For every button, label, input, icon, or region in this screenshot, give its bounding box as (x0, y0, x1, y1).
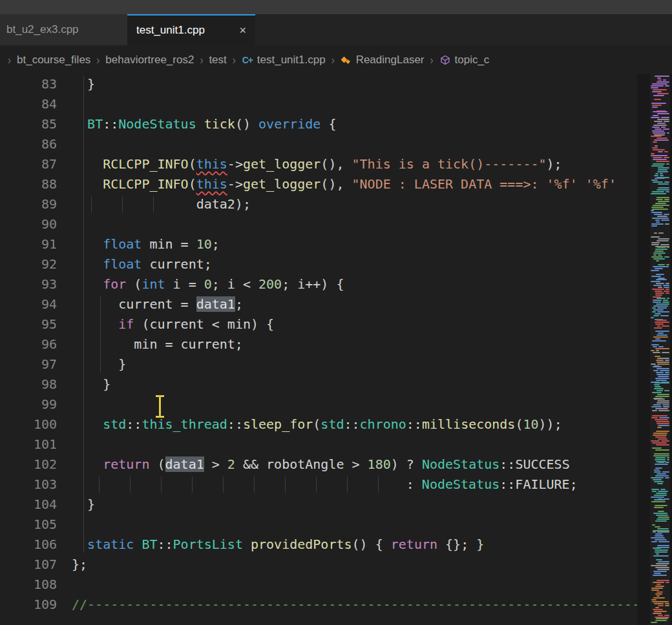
minimap-row (656, 431, 669, 432)
code-text: float current; (72, 254, 212, 274)
code-line-91[interactable]: 91 float min = 10; (0, 234, 650, 254)
minimap-row (662, 302, 669, 303)
minimap-row (652, 191, 664, 192)
minimap-row (658, 511, 664, 512)
breadcrumb-item-behaviortree-ros2[interactable]: behaviortree_ros2 (105, 54, 194, 67)
minimap-row (651, 117, 660, 118)
breadcrumb-item-test[interactable]: test (209, 54, 226, 67)
minimap-row (651, 406, 662, 407)
breadcrumb-item-readinglaser[interactable]: ReadingLaser (341, 54, 425, 67)
indent-guide (223, 476, 224, 493)
breadcrumb-label: ReadingLaser (356, 54, 425, 67)
minimap-row (656, 362, 669, 363)
minimap-row (657, 364, 669, 365)
code-line-109[interactable]: 109//-----------------------------------… (0, 595, 650, 615)
minimap-row (666, 462, 669, 463)
code-line-83[interactable]: 83 } (0, 74, 650, 94)
minimap-row (660, 244, 669, 245)
close-icon[interactable]: × (239, 25, 246, 36)
minimap-row (655, 323, 664, 325)
code-line-101[interactable]: 101 (0, 435, 650, 455)
minimap-row (653, 336, 668, 338)
code-line-98[interactable]: 98 } (0, 374, 650, 394)
code-line-107[interactable]: 107}; (0, 555, 650, 575)
minimap-row (664, 199, 669, 200)
code-line-97[interactable]: 97 } (0, 354, 650, 374)
minimap-row (651, 165, 664, 167)
code-line-84[interactable]: 84 (0, 94, 650, 114)
code-line-108[interactable]: 108 (0, 575, 650, 595)
minimap-row (655, 607, 659, 608)
minimap-row (655, 459, 666, 460)
minimap-row (656, 350, 659, 351)
minimap-row (658, 462, 664, 463)
minimap-row (655, 322, 669, 323)
minimap-row (658, 183, 669, 185)
code-line-92[interactable]: 92 float current; (0, 254, 650, 274)
minimap-row (653, 455, 669, 456)
minimap-row (666, 292, 669, 294)
breadcrumb-item-bt-course-files[interactable]: bt_course_files (17, 54, 90, 67)
minimap-row (658, 491, 668, 492)
code-line-88[interactable]: 88 RCLCPP_INFO(this->get_logger(), "NODE… (0, 174, 650, 194)
code-line-99[interactable]: 99 (0, 394, 650, 415)
minimap-row (657, 247, 666, 248)
code-text: static BT::PortsList providedPorts() { r… (72, 535, 484, 555)
line-number: 97 (0, 354, 57, 374)
minimap-row (657, 123, 666, 124)
minimap-row (656, 591, 663, 593)
code-line-94[interactable]: 94 current = data1; (0, 294, 650, 314)
code-line-87[interactable]: 87 RCLCPP_INFO(this->get_logger(), "This… (0, 154, 650, 174)
minimap-row (654, 384, 660, 385)
code-line-93[interactable]: 93 for (int i = 0; i < 200; i++) { (0, 274, 650, 294)
minimap-row (653, 346, 657, 347)
code-line-85[interactable]: 85 BT::NodeStatus tick() override { (0, 114, 650, 134)
code-text: RCLCPP_INFO(this->get_logger(), "NODE : … (72, 174, 616, 194)
code-line-103[interactable]: 103 : NodeStatus::FAILURE; (0, 475, 650, 495)
code-line-104[interactable]: 104 } (0, 495, 650, 515)
tab-bt-u2-ex3-cpp[interactable]: bt_u2_ex3.cpp (0, 14, 127, 45)
code-text: min = current; (72, 334, 243, 354)
code-editor[interactable]: 83 }8485 BT::NodeStatus tick() override … (0, 74, 650, 625)
code-line-86[interactable]: 86 (0, 134, 650, 154)
minimap-row (656, 473, 666, 475)
minimap-row (665, 360, 669, 361)
code-line-105[interactable]: 105 (0, 515, 650, 535)
minimap-row (653, 435, 667, 436)
minimap-row (667, 247, 669, 248)
minimap-row (656, 199, 663, 200)
tab-test-unit1-cpp[interactable]: test_unit1.cpp × (127, 14, 255, 45)
minimap-row (655, 291, 662, 292)
minimap-row (656, 138, 667, 139)
minimap-row (654, 611, 667, 612)
line-number: 87 (0, 154, 57, 174)
minimap-row (653, 548, 661, 549)
code-line-106[interactable]: 106 static BT::PortsList providedPorts()… (0, 535, 650, 555)
code-line-102[interactable]: 102 return (data1 > 2 && robotAngle > 18… (0, 455, 650, 475)
minimap-row (651, 193, 666, 194)
scrollbar-gutter[interactable] (637, 74, 650, 625)
minimap-row (651, 565, 667, 566)
indent-guide (153, 196, 154, 212)
minimap-row (657, 171, 668, 172)
minimap-row (655, 76, 669, 77)
minimap-row (655, 268, 663, 269)
code-line-89[interactable]: 89 data2); (0, 194, 650, 214)
minimap-row (651, 281, 660, 282)
class-icon (341, 54, 352, 66)
code-line-96[interactable]: 96 min = current; (0, 334, 650, 354)
minimap-row (653, 302, 661, 303)
breadcrumb-item-test-unit1-cpp[interactable]: C+test_unit1.cpp (242, 54, 326, 67)
minimap[interactable] (650, 74, 670, 625)
minimap-row (651, 501, 666, 502)
code-text: } (72, 374, 110, 394)
minimap-row (656, 368, 669, 369)
indent-guide (130, 476, 131, 493)
indent-guide (192, 476, 193, 493)
cube-icon (439, 54, 451, 66)
minimap-row (656, 334, 667, 336)
code-line-100[interactable]: 100 std::this_thread::sleep_for(std::chr… (0, 415, 650, 435)
code-line-95[interactable]: 95 if (current < min) { (0, 314, 650, 334)
code-line-90[interactable]: 90 (0, 214, 650, 234)
breadcrumb-item-topic-c[interactable]: topic_c (439, 54, 490, 67)
